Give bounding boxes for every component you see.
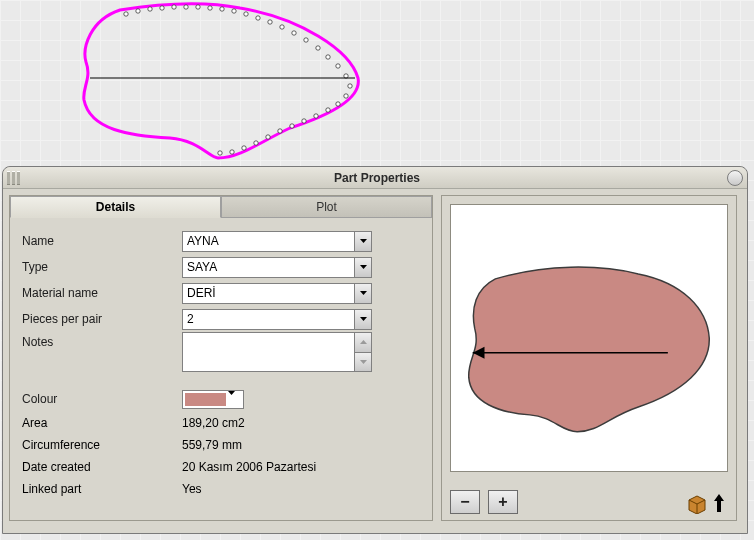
svg-point-22 [336,102,340,106]
titlebar-button[interactable] [727,170,743,186]
svg-point-12 [268,20,272,24]
area-label: Area [22,416,182,430]
date-value: 20 Kasım 2006 Pazartesi [182,460,316,474]
svg-point-2 [148,7,152,11]
pieces-input[interactable] [183,310,354,329]
area-value: 189,20 cm2 [182,416,245,430]
name-combo[interactable] [182,231,372,252]
svg-point-30 [242,146,246,150]
svg-point-17 [326,55,330,59]
tab-plot[interactable]: Plot [221,196,432,218]
chevron-down-icon[interactable] [228,391,243,408]
pieces-combo[interactable] [182,309,372,330]
zoom-in-button[interactable]: + [488,490,518,514]
type-label: Type [22,260,182,274]
svg-point-5 [184,5,188,9]
box-icon[interactable] [686,492,708,514]
chevron-down-icon[interactable] [354,284,371,303]
pieces-label: Pieces per pair [22,312,182,326]
svg-point-28 [266,135,270,139]
zoom-out-button[interactable]: − [450,490,480,514]
svg-point-29 [254,141,258,145]
svg-point-4 [172,5,176,9]
scroll-down-icon[interactable] [355,352,371,372]
colour-swatch [185,393,226,406]
material-combo[interactable] [182,283,372,304]
svg-point-15 [304,38,308,42]
svg-point-3 [160,6,164,10]
svg-point-21 [344,94,348,98]
svg-point-10 [244,12,248,16]
circ-value: 559,79 mm [182,438,242,452]
dialog-title: Part Properties [27,171,727,185]
part-outline-main[interactable] [60,0,380,170]
arrow-up-icon[interactable] [712,492,726,514]
svg-point-13 [280,25,284,29]
svg-point-25 [302,119,306,123]
chevron-down-icon[interactable] [354,310,371,329]
type-input[interactable] [183,258,354,277]
chevron-down-icon[interactable] [354,258,371,277]
svg-point-18 [336,64,340,68]
tab-details[interactable]: Details [10,196,221,218]
material-input[interactable] [183,284,354,303]
notes-field[interactable] [182,332,372,372]
chevron-down-icon[interactable] [354,232,371,251]
material-label: Material name [22,286,182,300]
notes-input[interactable] [183,333,354,371]
svg-point-14 [292,31,296,35]
svg-point-1 [136,9,140,13]
part-properties-dialog: Part Properties Details Plot Name Type [2,166,748,534]
svg-point-24 [314,114,318,118]
preview-viewport[interactable] [450,204,728,472]
preview-panel: − + [441,195,737,521]
svg-point-6 [196,5,200,9]
svg-point-20 [348,84,352,88]
notes-label: Notes [22,332,182,349]
svg-point-7 [208,6,212,10]
properties-panel: Details Plot Name Type [9,195,433,521]
scroll-up-icon[interactable] [355,333,371,352]
name-label: Name [22,234,182,248]
colour-label: Colour [22,392,182,406]
svg-point-31 [230,150,234,154]
circ-label: Circumference [22,438,182,452]
svg-point-0 [124,12,128,16]
linked-value: Yes [182,482,202,496]
titlebar-grip[interactable] [7,171,27,185]
preview-shape [469,267,710,432]
svg-point-26 [290,124,294,128]
svg-point-32 [218,151,222,155]
type-combo[interactable] [182,257,372,278]
titlebar[interactable]: Part Properties [3,167,747,189]
date-label: Date created [22,460,182,474]
svg-point-9 [232,9,236,13]
colour-combo[interactable] [182,390,244,409]
svg-point-11 [256,16,260,20]
name-input[interactable] [183,232,354,251]
svg-point-27 [278,129,282,133]
svg-point-8 [220,7,224,11]
svg-point-16 [316,46,320,50]
linked-label: Linked part [22,482,182,496]
svg-point-23 [326,108,330,112]
